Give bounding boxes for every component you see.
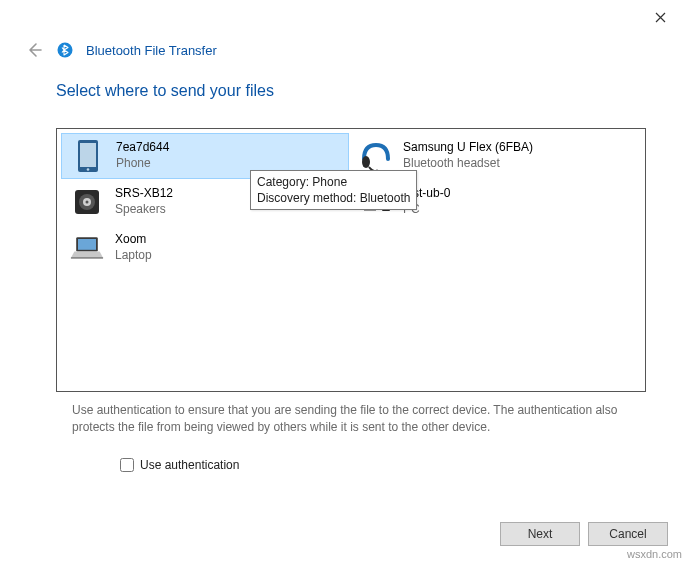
device-list[interactable]: 7ea7d644 Phone Samsung U Flex (6FBA) Blu… [56, 128, 646, 392]
use-authentication-row[interactable]: Use authentication [120, 458, 239, 472]
next-button[interactable]: Next [500, 522, 580, 546]
use-authentication-checkbox[interactable] [120, 458, 134, 472]
device-name: SRS-XB12 [115, 186, 173, 202]
arrow-left-icon [26, 42, 42, 58]
svg-point-4 [362, 156, 370, 168]
device-type: Phone [116, 156, 169, 172]
headset-icon [357, 138, 393, 174]
tooltip-category: Category: Phone [257, 174, 410, 190]
close-icon [655, 12, 666, 23]
button-bar: Next Cancel [500, 522, 668, 546]
svg-rect-18 [71, 257, 103, 259]
svg-point-3 [87, 168, 90, 171]
bluetooth-icon [56, 41, 74, 59]
svg-rect-17 [78, 239, 96, 250]
device-type: Speakers [115, 202, 173, 218]
device-type: Bluetooth headset [403, 156, 533, 172]
phone-icon [70, 138, 106, 174]
tooltip-discovery: Discovery method: Bluetooth [257, 190, 410, 206]
bluetooth-wizard-window: Bluetooth File Transfer Select where to … [0, 0, 686, 564]
device-tooltip: Category: Phone Discovery method: Blueto… [250, 170, 417, 210]
window-title: Bluetooth File Transfer [86, 43, 217, 58]
page-heading: Select where to send your files [56, 82, 274, 100]
back-button[interactable] [24, 40, 44, 60]
header: Bluetooth File Transfer [24, 40, 217, 60]
device-type: Laptop [115, 248, 152, 264]
watermark: wsxdn.com [627, 548, 682, 560]
laptop-icon [69, 230, 105, 266]
device-item-laptop[interactable]: Xoom Laptop [61, 225, 349, 271]
svg-point-9 [86, 201, 89, 204]
authentication-hint: Use authentication to ensure that you ar… [72, 402, 632, 437]
device-name: Xoom [115, 232, 152, 248]
close-button[interactable] [646, 6, 674, 28]
use-authentication-label: Use authentication [140, 458, 239, 472]
speaker-icon [69, 184, 105, 220]
device-name: 7ea7d644 [116, 140, 169, 156]
device-name: Samsung U Flex (6FBA) [403, 140, 533, 156]
cancel-button[interactable]: Cancel [588, 522, 668, 546]
svg-rect-2 [80, 143, 96, 167]
